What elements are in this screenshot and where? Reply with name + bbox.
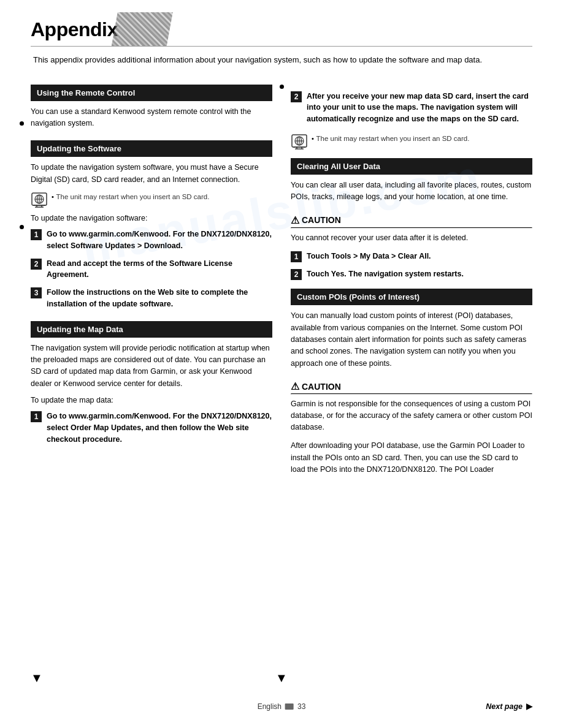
poi-body2: After downloading your POI database, use… <box>291 440 532 476</box>
section-map-data-body: The navigation system will provide perio… <box>31 343 272 390</box>
map-step2-right-text: After you receive your new map data SD c… <box>307 91 532 125</box>
language-label: English <box>258 702 282 711</box>
software-step2-text: Read and accept the terms of the Softwar… <box>47 258 272 281</box>
section-clearing-header: Clearing All User Data <box>291 158 532 175</box>
internet-icon <box>31 192 48 209</box>
page-title: Appendix <box>31 18 118 41</box>
clearing-step1-text: Touch Tools > My Data > Clear All. <box>307 251 431 262</box>
bottom-center-arrow: ▼ <box>275 671 288 684</box>
next-page-label[interactable]: Next page <box>486 702 523 711</box>
intro-text: This appendix provides additional inform… <box>31 54 532 66</box>
map-step2-right-num: 2 <box>291 91 302 102</box>
map-step1-text: Go to www.garmin.com/Kenwood. For the DN… <box>47 411 272 445</box>
section-map-data-header: Updating the Map Data <box>31 321 272 338</box>
clearing-step2-num: 2 <box>291 269 302 280</box>
section-clearing-body: You can clear all user data, including a… <box>291 180 532 203</box>
next-page-arrow: ▶ <box>526 702 532 711</box>
software-step1-text: Go to www.garmin.com/Kenwood. For the DN… <box>47 229 272 252</box>
page-number: 33 <box>297 702 305 711</box>
section-poi-body: You can manually load custom points of i… <box>291 310 532 370</box>
caution2-label: CAUTION <box>302 382 341 392</box>
caution1-label: CAUTION <box>302 215 341 225</box>
section-software-header: Updating the Software <box>31 140 272 157</box>
caution2-text: Garmin is not responsible for the conseq… <box>291 398 532 433</box>
software-internet-note: The unit may restart when you insert an … <box>56 189 209 200</box>
bottom-left-arrow: ▼ <box>31 671 43 684</box>
software-step3-num: 3 <box>31 287 42 298</box>
section-remote-control-body: You can use a standard Kenwood system re… <box>31 106 272 130</box>
clearing-step1-num: 1 <box>291 251 302 262</box>
software-step2-num: 2 <box>31 259 42 270</box>
map-steps-intro: To update the map data: <box>31 396 272 404</box>
software-step3-text: Follow the instructions on the Web site … <box>47 287 272 310</box>
software-step1-num: 1 <box>31 229 42 240</box>
map-step1-num: 1 <box>31 411 42 422</box>
clearing-step2-text: Touch Yes. The navigation system restart… <box>307 268 464 280</box>
flag-icon <box>285 703 294 710</box>
caution1-icon: ⚠ <box>291 214 299 226</box>
map-internet-note-right: The unit may restart when you insert an … <box>316 131 469 142</box>
caution1-text: You cannot recover your user data after … <box>291 232 532 244</box>
internet-icon-right <box>291 134 308 151</box>
section-poi-header: Custom POIs (Points of Interest) <box>291 289 532 305</box>
section-software-body: To update the navigation system software… <box>31 162 272 186</box>
section-remote-control-header: Using the Remote Control <box>31 85 272 101</box>
software-steps-intro: To update the navigation software: <box>31 214 272 222</box>
caution2-icon: ⚠ <box>291 381 299 392</box>
